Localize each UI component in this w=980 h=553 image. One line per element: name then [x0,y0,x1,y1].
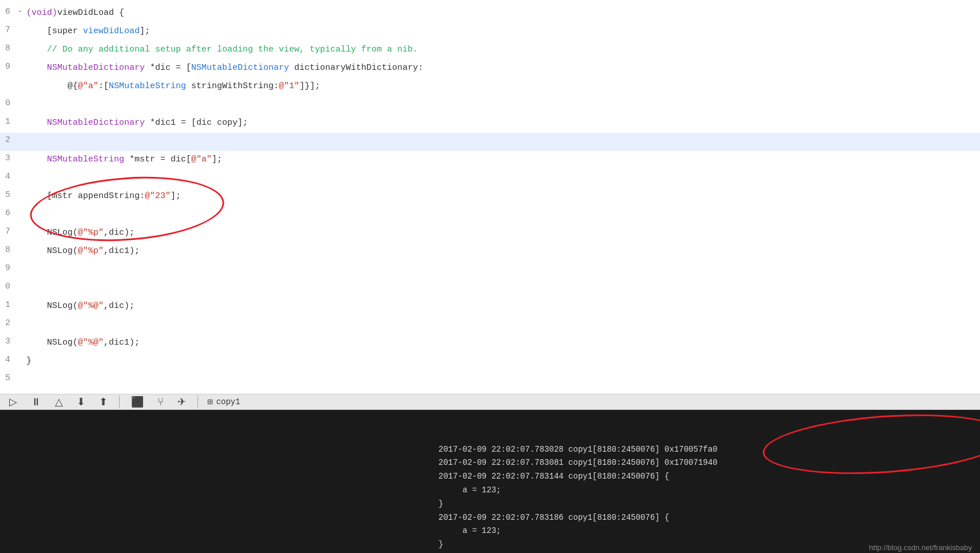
step-in-button[interactable]: ⬇ [74,394,88,409]
project-name: copy1 [216,397,240,406]
console-line: a = 123; [438,484,971,497]
step-out-button[interactable]: ⬆ [97,394,110,409]
line-content: @{@"a":[NSMutableString stringWithString… [26,79,980,93]
line-number: 3 [0,152,16,163]
line-number: 7 [0,226,16,236]
bottom-panel: 2017-02-09 22:02:07.783028 copy1[8180:24… [0,410,980,553]
line-minus [16,262,26,263]
line-minus [16,152,26,153]
code-token: @"23" [145,191,171,201]
code-token: @"a" [78,81,98,91]
code-line: 7 [super viewDidLoad]; [0,23,980,41]
line-minus [16,354,26,355]
line-content: NSMutableDictionary *dic1 = [dic copy]; [26,116,980,130]
line-minus [16,97,26,98]
line-content: NSMutableString *mstr = dic[@"a"]; [26,152,980,167]
line-content [26,134,980,135]
line-minus [16,335,26,337]
code-line: 5 [0,371,980,389]
toolbar: ▷ ⏸ △ ⬇ ⬆ ⬛ ⑂ ✈ ⊞ copy1 [0,394,980,410]
code-line: 3 NSLog(@"%@",dic1); [0,334,980,353]
code-editor[interactable]: 6-(void)viewDidLoad {7 [super viewDidLoa… [0,0,980,394]
line-content: } [26,354,980,368]
step-over-button[interactable]: △ [53,394,65,409]
code-line: @{@"a":[NSMutableString stringWithString… [0,78,980,96]
line-minus [16,134,26,135]
code-token: ]}]; [299,81,320,91]
console-line: 2017-02-09 22:02:07.783081 copy1[8180:24… [438,456,971,470]
code-token: NSMutableDictionary [47,63,145,73]
code-line: 4 } [0,353,980,371]
line-number: 1 [0,116,16,127]
code-lines: 6-(void)viewDidLoad {7 [super viewDidLoa… [0,0,980,394]
line-content [26,171,980,172]
watermark: http://blog.csdn.net/frankisbaby [869,543,972,552]
code-token: [mstr appendString: [26,191,145,201]
line-minus [16,317,26,318]
line-number: 5 [0,372,16,383]
line-number: 0 [0,281,16,291]
run-button[interactable]: ▷ [7,394,19,409]
code-token: NSLog( [26,246,78,256]
line-number: 2 [0,317,16,328]
code-line: 1 NSMutableDictionary *dic1 = [dic copy]… [0,114,980,133]
code-line: 1 NSLog(@"%@",dic); [0,298,980,316]
line-content [26,207,980,208]
code-token: @"1" [279,81,299,91]
line-content: NSLog(@"%p",dic); [26,226,980,240]
code-token: :[ [98,81,109,91]
console-line: 2017-02-09 22:02:07.783144 copy1[8180:24… [438,470,971,484]
branch-button[interactable]: ⑂ [155,395,166,409]
main-container: 6-(void)viewDidLoad {7 [super viewDidLoa… [0,0,980,553]
code-line: 0 [0,279,980,298]
code-token [26,155,47,164]
code-token: NSMutableDictionary [191,63,289,73]
toolbar-separator-2 [197,396,198,408]
code-token: NSLog( [26,338,78,347]
pause-button[interactable]: ⏸ [29,395,44,409]
code-token [26,118,47,128]
line-minus [16,79,26,80]
code-line: 7 NSLog(@"%p",dic); [0,224,980,243]
line-minus [16,244,26,245]
line-content: [mstr appendString:@"23"]; [26,189,980,203]
code-line: 4 [0,169,980,188]
line-number: 1 [0,299,16,310]
code-token: [super [26,26,83,36]
code-line: 6-(void)viewDidLoad { [0,5,980,23]
code-token: // Do any additional setup after loading… [26,45,418,54]
line-number: 3 [0,335,16,346]
line-minus [16,116,26,117]
code-line: 8 // Do any additional setup after loadi… [0,41,980,60]
code-token: NSMutableString [47,155,124,164]
line-content [26,372,980,373]
line-number: 4 [0,354,16,365]
code-token: ,dic1); [104,246,140,256]
code-token: @"%p" [78,246,104,256]
toolbar-separator-1 [119,396,120,408]
code-token: ]; [171,191,181,201]
console-panel: 2017-02-09 22:02:07.783028 copy1[8180:24… [429,410,980,553]
toolbar-project-label: ⊞ copy1 [207,396,240,408]
line-minus [16,61,26,62]
code-line: 0 [0,96,980,114]
line-number: 6 [0,6,16,17]
code-token: ,dic); [104,228,135,238]
code-editor-wrapper: 6-(void)viewDidLoad {7 [super viewDidLoa… [0,0,980,394]
line-number: 8 [0,42,16,53]
line-number [0,79,16,80]
code-line: 8 NSLog(@"%p",dic1); [0,243,980,261]
code-token: *mstr = dic[ [124,155,191,164]
code-token: NSLog( [26,301,78,311]
console-line: } [438,497,971,511]
line-number: 5 [0,189,16,200]
send-button[interactable]: ✈ [175,394,188,409]
grid-icon: ⊞ [207,396,213,408]
line-minus [16,281,26,282]
code-token: @"%p" [78,228,104,238]
line-minus [16,299,26,300]
split-button[interactable]: ⬛ [129,394,146,409]
line-number: 7 [0,24,16,35]
line-minus [16,226,26,227]
line-content: NSLog(@"%p",dic1); [26,244,980,258]
